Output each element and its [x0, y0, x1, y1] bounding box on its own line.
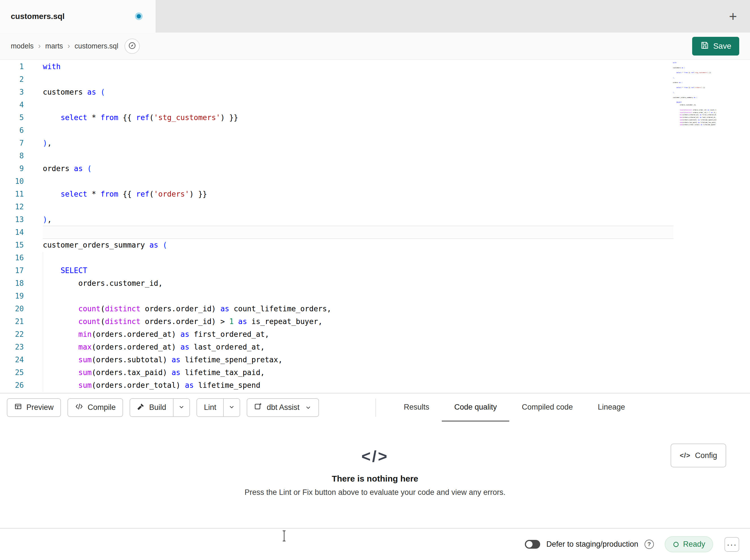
config-button[interactable]: </> Config — [671, 443, 726, 468]
save-button[interactable]: Save — [692, 37, 739, 56]
code-line-17[interactable]: 17 SELECT — [0, 264, 750, 277]
code-editor[interactable]: 1with23customers as (45 select * from {{… — [0, 60, 750, 393]
code-icon: </> — [361, 447, 389, 465]
code-line-18[interactable]: 18 orders.customer_id, — [0, 277, 750, 290]
panel-tab-results[interactable]: Results — [391, 393, 442, 422]
line-number: 2 — [0, 73, 24, 86]
minimap-line — [673, 99, 716, 101]
dbt-assist-button[interactable]: dbt Assist — [247, 398, 319, 417]
code-line-16[interactable]: 16 — [0, 251, 750, 264]
line-number: 11 — [0, 188, 24, 201]
config-button-label: Config — [695, 451, 717, 460]
code-line-6[interactable]: 6 — [0, 124, 750, 137]
lint-button-label: Lint — [204, 403, 216, 412]
code-text — [24, 99, 43, 111]
code-line-3[interactable]: 3customers as ( — [0, 86, 750, 99]
code-line-19[interactable]: 19 — [0, 290, 750, 303]
minimap-line: sum(orders.subtotal) as lifetime_spend_p… — [673, 119, 716, 121]
code-line-4[interactable]: 4 — [0, 99, 750, 111]
code-text — [24, 201, 43, 213]
code-line-22[interactable]: 22 min(orders.ordered_at) as first_order… — [0, 328, 750, 341]
compile-button[interactable]: Compile — [67, 398, 123, 417]
build-split-button: Build — [130, 398, 190, 417]
preview-button[interactable]: Preview — [7, 398, 61, 417]
help-icon[interactable]: ? — [645, 540, 654, 549]
breadcrumb-separator-icon: › — [38, 42, 41, 50]
code-text: orders.customer_id, — [24, 277, 163, 290]
code-line-14[interactable]: 14 — [0, 226, 750, 239]
defer-toggle[interactable] — [525, 540, 540, 549]
panel-tab-code-quality[interactable]: Code quality — [442, 393, 509, 422]
code-text: ), — [24, 213, 52, 226]
code-line-23[interactable]: 23 max(orders.ordered_at) as last_ordere… — [0, 341, 750, 353]
code-line-8[interactable]: 8 — [0, 149, 750, 162]
panel-tab-lineage[interactable]: Lineage — [585, 393, 637, 422]
minimap-line: customers as ( — [673, 66, 716, 69]
line-number: 20 — [0, 303, 24, 315]
code-line-25[interactable]: 25 sum(orders.tax_paid) as lifetime_tax_… — [0, 366, 750, 379]
editor-tab-customers-sql[interactable]: customers.sql — [0, 0, 156, 33]
code-line-15[interactable]: 15customer_orders_summary as ( — [0, 239, 750, 251]
minimap-line — [673, 106, 716, 109]
empty-state: </> There is nothing here Press the Lint… — [0, 421, 750, 497]
line-number: 12 — [0, 201, 24, 213]
code-text — [24, 290, 43, 303]
code-line-20[interactable]: 20 count(distinct orders.order_id) as co… — [0, 303, 750, 315]
minimap-line: min(orders.ordered_at) as first_ordered_… — [673, 113, 716, 116]
lint-button[interactable]: Lint — [197, 399, 223, 416]
code-text: select * from {{ ref('orders') }} — [24, 188, 207, 201]
code-line-2[interactable]: 2 — [0, 73, 750, 86]
minimap-line: ), — [673, 77, 716, 79]
code-line-7[interactable]: 7), — [0, 137, 750, 149]
minimap-line: ), — [673, 91, 716, 94]
code-icon: </> — [680, 452, 690, 459]
line-number: 9 — [0, 162, 24, 175]
code-line-11[interactable]: 11 select * from {{ ref('orders') }} — [0, 188, 750, 201]
code-line-13[interactable]: 13), — [0, 213, 750, 226]
minimap[interactable]: withcustomers as ( select * from {{ ref(… — [673, 61, 716, 129]
code-text: sum(orders.tax_paid) as lifetime_tax_pai… — [24, 366, 265, 379]
status-badge: Ready — [665, 536, 713, 552]
breadcrumb: models›marts›customers.sql — [11, 42, 118, 50]
code-text: count(distinct orders.order_id) > 1 as i… — [24, 315, 322, 328]
save-button-label: Save — [713, 42, 731, 51]
lint-dropdown-button[interactable] — [223, 399, 240, 416]
code-line-12[interactable]: 12 — [0, 201, 750, 213]
line-number: 8 — [0, 149, 24, 162]
tab-title: customers.sql — [11, 12, 65, 21]
minimap-line: max(orders.ordered_at) as last_ordered_a… — [673, 116, 716, 119]
panel-tab-compiled-code[interactable]: Compiled code — [509, 393, 585, 422]
breadcrumb-item-customers-sql[interactable]: customers.sql — [75, 42, 118, 50]
toggle-knob — [526, 541, 533, 547]
code-line-21[interactable]: 21 count(distinct orders.order_id) > 1 a… — [0, 315, 750, 328]
panel-tabs: ResultsCode qualityCompiled codeLineage — [391, 393, 637, 422]
breadcrumb-item-marts[interactable]: marts — [45, 42, 63, 50]
build-dropdown-button[interactable] — [173, 399, 190, 416]
line-number: 24 — [0, 353, 24, 366]
build-button[interactable]: Build — [130, 399, 173, 416]
locate-file-button[interactable] — [124, 39, 140, 54]
code-line-26[interactable]: 26 sum(orders.order_total) as lifetime_s… — [0, 379, 750, 392]
minimap-line — [673, 94, 716, 96]
hammer-icon — [137, 402, 145, 412]
minimap-line — [673, 79, 716, 81]
code-quality-panel: </> Config </> There is nothing here Pre… — [0, 421, 750, 528]
line-number: 25 — [0, 366, 24, 379]
new-tab-button[interactable]: + — [725, 0, 742, 33]
line-number: 16 — [0, 251, 24, 264]
lint-split-button: Lint — [197, 398, 240, 417]
code-line-24[interactable]: 24 sum(orders.subtotal) as lifetime_spen… — [0, 353, 750, 366]
code-line-10[interactable]: 10 — [0, 175, 750, 188]
line-number: 17 — [0, 264, 24, 277]
code-line-5[interactable]: 5 select * from {{ ref('stg_customers') … — [0, 111, 750, 124]
minimap-line: customer_orders_summary as ( — [673, 96, 716, 99]
line-number: 18 — [0, 277, 24, 290]
line-number: 19 — [0, 290, 24, 303]
code-line-9[interactable]: 9orders as ( — [0, 162, 750, 175]
breadcrumb-item-models[interactable]: models — [11, 42, 34, 50]
code-text: SELECT — [24, 264, 87, 277]
line-number: 21 — [0, 315, 24, 328]
code-line-1[interactable]: 1with — [0, 60, 750, 73]
more-options-button[interactable]: ··· — [725, 537, 739, 552]
code-text: orders as ( — [24, 162, 92, 175]
